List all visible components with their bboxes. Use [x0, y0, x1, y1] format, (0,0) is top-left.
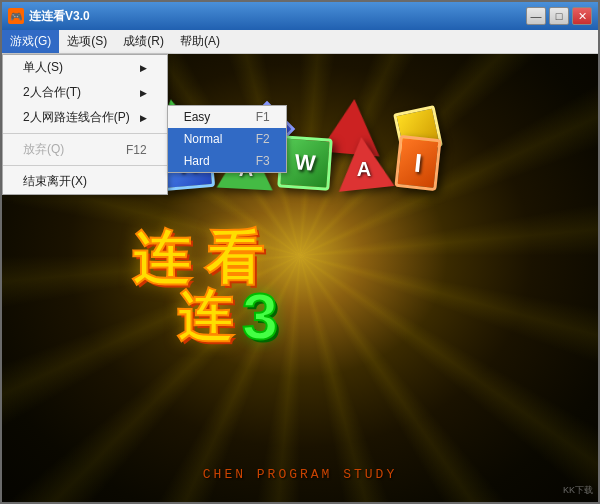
- menu-help[interactable]: 帮助(A): [172, 30, 228, 53]
- minimize-button[interactable]: —: [526, 7, 546, 25]
- char-kan: 看: [205, 229, 263, 287]
- menu-game[interactable]: 游戏(G): [2, 30, 59, 53]
- submenu-normal[interactable]: Normal F2: [168, 128, 286, 150]
- title-bar-left: 🎮 连连看V3.0: [8, 8, 90, 25]
- separator-2: [3, 165, 167, 166]
- menu-bar: 游戏(G) 选项(S) 成绩(R) 帮助(A) 单人(S) 2人合作(T) 2人…: [2, 30, 598, 54]
- submenu-easy[interactable]: Easy F1: [168, 106, 286, 128]
- difficulty-submenu: Easy F1 Normal F2 Hard F3: [167, 105, 287, 173]
- menu-item-pause[interactable]: 放弃(Q) F12: [3, 137, 167, 162]
- letter-a2: A: [336, 134, 392, 189]
- menu-scores[interactable]: 成绩(R): [115, 30, 172, 53]
- menu-item-single[interactable]: 单人(S): [3, 55, 167, 80]
- menu-item-exit[interactable]: 结束离开(X): [3, 169, 167, 194]
- close-button[interactable]: ✕: [572, 7, 592, 25]
- app-icon: 🎮: [8, 8, 24, 24]
- menu-options[interactable]: 选项(S): [59, 30, 115, 53]
- title-buttons: — □ ✕: [526, 7, 592, 25]
- char-lian: 连: [132, 229, 190, 287]
- separator-1: [3, 133, 167, 134]
- menu-item-net2[interactable]: 2人网路连线合作(P) Easy F1 Normal F2 Hard F3: [3, 105, 167, 130]
- maximize-button[interactable]: □: [549, 7, 569, 25]
- menu-item-coop2[interactable]: 2人合作(T): [3, 80, 167, 105]
- chinese-row1: 连 看: [132, 229, 263, 287]
- title-bar: 🎮 连连看V3.0 — □ ✕: [2, 2, 598, 30]
- game-dropdown: 单人(S) 2人合作(T) 2人网路连线合作(P) Easy F1 Normal…: [2, 54, 168, 195]
- credit-text: CHEN PROGRAM STUDY: [203, 467, 397, 482]
- number-3: 3: [242, 284, 278, 349]
- char-lian2: 连: [177, 289, 232, 344]
- submenu-hard[interactable]: Hard F3: [168, 150, 286, 172]
- chinese-row2: 连 3: [177, 284, 278, 349]
- watermark: KK下载: [563, 484, 593, 497]
- main-window: 🎮 连连看V3.0 — □ ✕ 游戏(G) 选项(S) 成绩(R) 帮助(A) …: [0, 0, 600, 504]
- letter-i: I: [394, 135, 441, 191]
- window-title: 连连看V3.0: [29, 8, 90, 25]
